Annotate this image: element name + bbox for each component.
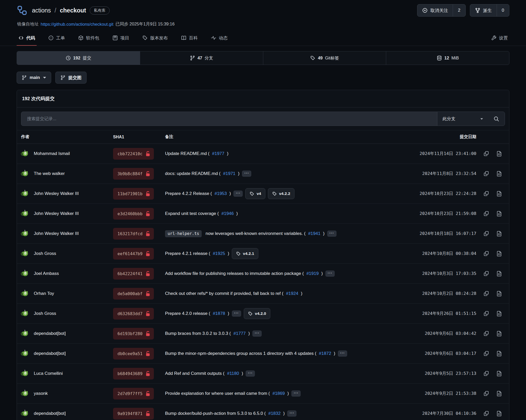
expand-commit-body-button[interactable]: ··· (291, 390, 301, 397)
browse-source-button[interactable] (496, 410, 502, 417)
pr-link[interactable]: #1878 (213, 311, 225, 316)
search-scope-dropdown[interactable]: 此分支 (437, 112, 488, 126)
copy-sha-button[interactable] (483, 410, 489, 417)
browse-source-button[interactable] (496, 191, 502, 197)
tab-activity[interactable]: 动态 (209, 31, 229, 46)
browse-source-button[interactable] (496, 151, 502, 157)
pr-link[interactable]: #1180 (227, 371, 239, 376)
release-tag-chip[interactable]: v4.2.2 (268, 188, 294, 199)
watchers-count[interactable]: 2 (453, 4, 465, 16)
pr-link[interactable]: #1872 (319, 351, 331, 356)
commit-sha-link[interactable]: 11bd71901b (113, 188, 154, 200)
copy-sha-button[interactable] (483, 290, 489, 297)
expand-commit-body-button[interactable]: ··· (252, 330, 262, 337)
repo-owner-link[interactable]: actions (32, 7, 51, 14)
forks-count[interactable]: 0 (497, 4, 509, 16)
expand-commit-body-button[interactable]: ··· (246, 370, 255, 377)
commit-search-input[interactable] (21, 112, 437, 126)
pr-link[interactable]: #1924 (286, 291, 298, 296)
search-submit-button[interactable] (488, 112, 505, 126)
browse-source-button[interactable] (496, 250, 502, 257)
browse-source-button[interactable] (496, 350, 502, 357)
commit-sha-link[interactable]: cbb722410c (113, 148, 154, 160)
expand-commit-body-button[interactable]: ··· (242, 171, 251, 177)
pr-link[interactable]: #1832 (268, 411, 280, 416)
stat-branches[interactable]: 47 分支 (140, 51, 263, 65)
tab-issues[interactable]: 工单 (47, 31, 67, 46)
browse-source-button[interactable] (496, 270, 502, 277)
tab-code[interactable]: 代码 (17, 31, 37, 46)
browse-source-button[interactable] (496, 231, 502, 237)
unlock-icon (145, 331, 150, 336)
expand-commit-body-button[interactable]: ··· (325, 270, 335, 277)
copy-sha-button[interactable] (483, 211, 489, 217)
pr-link[interactable]: #1953 (215, 191, 227, 196)
copy-sha-button[interactable] (483, 171, 489, 177)
release-tag-chip[interactable]: v4.2.1 (232, 248, 258, 259)
mirror-url-link[interactable]: https://github.com/actions/checkout.git (41, 22, 114, 27)
copy-sha-button[interactable] (483, 370, 489, 377)
copy-sha-button[interactable] (483, 390, 489, 397)
branch-selector[interactable]: main (17, 72, 51, 84)
browse-source-button[interactable] (496, 290, 502, 297)
pr-link[interactable]: #1946 (221, 211, 234, 216)
commit-sha-link[interactable]: eef61447b9 (113, 248, 154, 260)
commit-sha-cell: 9a9194f871 (113, 408, 165, 419)
commit-sha-link[interactable]: b684943689 (113, 368, 154, 380)
expand-commit-body-button[interactable]: ··· (232, 310, 241, 317)
copy-sha-button[interactable] (483, 310, 489, 317)
copy-sha-button[interactable] (483, 330, 489, 337)
commit-graph-button[interactable]: 提交图 (55, 72, 87, 84)
message-text: Bump docker/build-push-action from 5.3.0… (165, 411, 266, 416)
copy-sha-button[interactable] (483, 250, 489, 257)
tab-wiki[interactable]: 百科 (179, 31, 199, 46)
stat-size[interactable]: 12 MiB (386, 51, 509, 65)
commit-sha-link[interactable]: e3d2460bbb (113, 208, 154, 220)
tab-projects[interactable]: 项目 (111, 31, 131, 46)
browse-source-button[interactable] (496, 390, 502, 397)
pr-link[interactable]: #1925 (213, 251, 225, 256)
commit-sha-link[interactable]: 3b9b8c884f (113, 168, 154, 180)
copy-sha-button[interactable] (483, 350, 489, 357)
expand-commit-body-button[interactable]: ··· (233, 191, 243, 197)
commit-sha-link[interactable]: 9a9194f871 (113, 408, 154, 419)
expand-commit-body-button[interactable]: ··· (287, 410, 297, 417)
copy-sha-button[interactable] (483, 151, 489, 157)
commit-sha-link[interactable]: 6d193bf280 (113, 328, 154, 340)
commit-sha-cell: d632683dd7 (113, 308, 165, 320)
pr-link[interactable]: #1919 (306, 271, 319, 276)
commit-sha-link[interactable]: 6b42224f41 (113, 268, 154, 280)
pr-link[interactable]: #1941 (308, 231, 320, 236)
commit-sha-link[interactable]: db0cee9a51 (113, 348, 154, 360)
avatar (21, 349, 30, 358)
repo-name-link[interactable]: checkout (60, 7, 86, 14)
tab-packages[interactable]: 软件包 (76, 31, 101, 46)
copy-sha-button[interactable] (483, 270, 489, 277)
pr-link[interactable]: #1977 (212, 151, 224, 156)
copy-sha-button[interactable] (483, 231, 489, 237)
release-tag-chip[interactable]: v4.2.0 (244, 308, 270, 319)
pr-link[interactable]: #1971 (223, 171, 235, 176)
fork-button[interactable]: 派生 0 (470, 4, 509, 17)
browse-source-button[interactable] (496, 370, 502, 377)
commit-sha-link[interactable]: de5a000abf (113, 288, 154, 300)
pr-link[interactable]: #1777 (233, 331, 246, 336)
expand-commit-body-button[interactable]: ··· (327, 231, 337, 237)
browse-source-button[interactable] (496, 211, 502, 217)
tab-settings[interactable]: 设置 (489, 31, 509, 46)
commit-sha-link[interactable]: 2d7d9f7ff5 (113, 388, 154, 399)
release-tag-chip[interactable]: v4 (245, 188, 265, 199)
stat-tags[interactable]: 49 Git标签 (263, 51, 386, 65)
browse-source-button[interactable] (496, 330, 502, 337)
expand-commit-body-button[interactable]: ··· (338, 350, 347, 357)
avatar (21, 249, 30, 258)
commit-sha-link[interactable]: 163217dfcd (113, 228, 154, 240)
copy-sha-button[interactable] (483, 191, 489, 197)
stat-commits[interactable]: 192 提交 (17, 51, 140, 65)
pr-link[interactable]: #1869 (272, 391, 285, 396)
browse-source-button[interactable] (496, 310, 502, 317)
unwatch-button[interactable]: 取消关注 2 (417, 4, 465, 17)
browse-source-button[interactable] (496, 171, 502, 177)
tab-releases[interactable]: 版本发布 (141, 31, 169, 46)
commit-sha-link[interactable]: d632683dd7 (113, 308, 154, 320)
